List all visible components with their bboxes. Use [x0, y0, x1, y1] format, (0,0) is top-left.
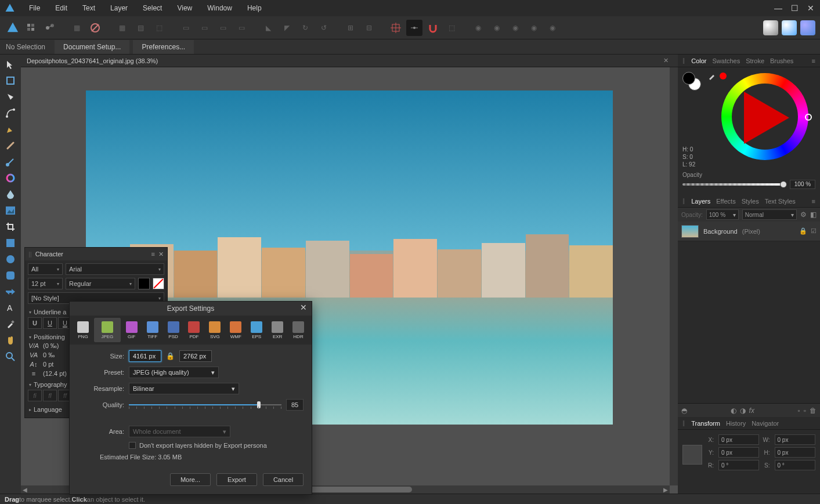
document-tab-close-icon[interactable]: ✕ [663, 57, 669, 64]
toolbar-grid-icon[interactable]: ▦ [114, 20, 130, 36]
color-triangle[interactable] [744, 92, 789, 144]
export-height-input[interactable]: 2762 px [179, 350, 212, 362]
char-font-select[interactable]: Arial▾ [66, 263, 164, 275]
export-resample-select[interactable]: Bilinear▾ [129, 383, 239, 394]
panel-menu-icon[interactable]: ≡ [812, 57, 815, 64]
char-weight-select[interactable]: Regular▾ [66, 278, 135, 289]
lock-icon[interactable]: 🔒 [166, 352, 175, 360]
menu-help[interactable]: Help [240, 1, 269, 15]
toolbar-snap2-icon[interactable] [406, 20, 422, 36]
format-psd[interactable]: PSD [164, 318, 183, 342]
toolbar-lock-icon[interactable]: ⬚ [443, 20, 460, 36]
tab-swatches[interactable]: Swatches [713, 57, 740, 64]
node-tool-icon[interactable] [2, 89, 19, 104]
export-preset-select[interactable]: JPEG (High quality)▾ [129, 367, 219, 378]
toolbar-order1-icon[interactable]: ▭ [178, 20, 194, 36]
tab-styles[interactable]: Styles [742, 198, 759, 205]
brush-tool-icon[interactable] [2, 154, 19, 169]
panel-close-icon[interactable]: ✕ [158, 251, 164, 258]
kerning-value[interactable]: (0 ‰) [43, 342, 59, 349]
opacity-handle[interactable] [780, 181, 787, 188]
quality-slider[interactable] [129, 402, 281, 408]
layer-add-icon[interactable]: ▫ [797, 407, 800, 415]
layer-add2-icon[interactable]: ▫ [804, 407, 806, 415]
toolbar-flip-v-icon[interactable]: ◤ [279, 20, 295, 36]
menu-layer[interactable]: Layer [103, 1, 135, 15]
tab-color[interactable]: Color [691, 57, 706, 64]
panel-handle-icon[interactable]: || [682, 198, 684, 204]
panel-menu-icon[interactable]: ≡ [151, 251, 155, 258]
export-width-input[interactable]: 4161 px [129, 350, 161, 362]
typo-fl[interactable]: fl [43, 390, 57, 401]
tab-textstyles[interactable]: Text Styles [765, 198, 796, 205]
toolbar-bool5-icon[interactable]: ◉ [544, 20, 561, 36]
baseline-value[interactable]: 0 pt [43, 361, 53, 368]
hue-marker[interactable] [805, 114, 812, 121]
transform-y[interactable]: 0 px [718, 447, 759, 458]
export-area-select[interactable]: Whole document▾ [129, 426, 230, 437]
corner-tool-icon[interactable] [2, 106, 19, 121]
toolbar-magnet-icon[interactable] [425, 20, 441, 36]
toolbar-ungroup-icon[interactable]: ⊟ [361, 20, 377, 36]
toolbar-rotate-cw-icon[interactable]: ↻ [297, 20, 313, 36]
toolbar-snap-icon[interactable] [388, 20, 404, 36]
transform-anchor[interactable] [682, 445, 702, 465]
last-color-icon[interactable] [720, 72, 727, 79]
format-jpeg[interactable]: JPEG [94, 318, 121, 342]
tab-effects[interactable]: Effects [716, 198, 735, 205]
toolbar-bool4-icon[interactable]: ◉ [526, 20, 542, 36]
panel-menu-icon[interactable]: ≡ [812, 198, 815, 205]
sphere1-icon[interactable] [763, 20, 778, 35]
menu-edit[interactable]: Edit [48, 1, 74, 15]
layer-lock-icon[interactable]: 🔒 [799, 227, 807, 235]
layer-tag-icon[interactable]: ◧ [810, 211, 817, 219]
cancel-button[interactable]: Cancel [263, 473, 304, 486]
scrollbar-vertical[interactable] [670, 67, 678, 485]
format-gif[interactable]: GIF [122, 318, 142, 342]
format-eps[interactable]: EPS [247, 318, 266, 342]
preferences-button[interactable]: Preferences... [133, 40, 194, 54]
transform-s[interactable]: 0 ° [775, 460, 815, 470]
export-button[interactable]: Export [216, 473, 257, 486]
move-tool-icon[interactable] [2, 57, 19, 72]
format-wmf[interactable]: WMF [226, 318, 245, 342]
menu-window[interactable]: Window [200, 1, 239, 15]
layer-row[interactable]: Background (Pixel) 🔒 ☑ [678, 222, 820, 241]
underline-u2[interactable]: U [43, 317, 57, 329]
menu-text[interactable]: Text [75, 1, 102, 15]
scroll-left-icon[interactable]: ◀ [21, 485, 29, 494]
layer-fx-icon[interactable]: ◑ [740, 407, 746, 415]
transform-h[interactable]: 0 px [775, 447, 815, 458]
toolbar-transform-icon[interactable]: ⬚ [151, 20, 167, 36]
tab-brushes[interactable]: Brushes [770, 57, 793, 64]
panel-handle-icon[interactable]: || [28, 251, 32, 258]
crop-tool-icon[interactable] [2, 219, 19, 234]
minimize-button[interactable]: — [774, 3, 783, 13]
pencil-tool-icon[interactable] [2, 138, 19, 153]
layer-opacity-select[interactable]: 100 %▾ [706, 209, 739, 220]
text-tool-icon[interactable]: A [2, 300, 19, 316]
char-color-swatch[interactable] [138, 278, 150, 289]
layer-fx2-icon[interactable]: fx [749, 407, 754, 415]
transform-x[interactable]: 0 px [718, 434, 759, 445]
format-png[interactable]: PNG [73, 318, 93, 342]
arrow-tool-icon[interactable] [2, 284, 19, 299]
char-nocolor-swatch[interactable] [153, 278, 164, 289]
transparency-tool-icon[interactable] [2, 187, 19, 202]
persona-designer-icon[interactable] [5, 20, 21, 36]
toolbar-group-icon[interactable]: ⊞ [342, 20, 359, 36]
sphere3-icon[interactable] [800, 20, 815, 35]
toolbar-align-icon[interactable]: ▦ [68, 20, 85, 36]
fill-tool-icon[interactable] [2, 171, 19, 186]
panel-handle-icon[interactable]: || [682, 57, 684, 64]
toolbar-arrange-icon[interactable] [87, 20, 103, 36]
toolbar-rotate-ccw-icon[interactable]: ↺ [316, 20, 332, 36]
maximize-button[interactable]: ☐ [790, 3, 799, 13]
tab-history[interactable]: History [726, 420, 746, 427]
leading-value[interactable]: (12.4 pt) [43, 370, 67, 377]
toolbar-bool1-icon[interactable]: ◉ [470, 20, 486, 36]
format-pdf[interactable]: PDF [185, 318, 204, 342]
transform-r[interactable]: 0 ° [718, 460, 759, 470]
tracking-value[interactable]: 0 ‰ [43, 351, 55, 358]
menu-view[interactable]: View [170, 1, 199, 15]
